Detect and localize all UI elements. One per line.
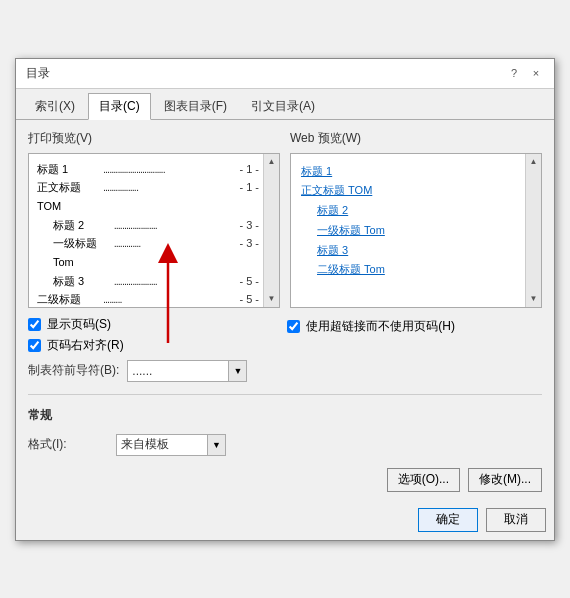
tab-bar: 索引(X) 目录(C) 图表目录(F) 引文目录(A) — [16, 89, 554, 120]
web-scroll-down-arrow[interactable]: ▼ — [528, 293, 540, 305]
toc-line-3: 标题 2 ..................... - 3 - — [37, 216, 259, 235]
use-hyperlinks-label: 使用超链接而不使用页码(H) — [306, 318, 455, 335]
format-row: 格式(I): 来自模板 ▼ — [28, 434, 542, 456]
toc-line-6: 二级标题 Tom ......... - 5 - — [37, 290, 259, 307]
title-bar: 目录 ? × — [16, 59, 554, 89]
action-buttons-row: 选项(O)... 修改(M)... — [28, 468, 542, 492]
tab-leader-select[interactable]: ...... ▼ — [127, 360, 247, 382]
print-preview-label: 打印预览(V) — [28, 130, 280, 147]
options-button[interactable]: 选项(O)... — [387, 468, 460, 492]
print-preview-wrapper: 标题 1 .............................. - 1 … — [28, 153, 280, 308]
web-preview-section: Web 预览(W) 标题 1 正文标题 TOM 标题 2 一级标题 Tom 标题… — [290, 130, 542, 308]
dialog-title: 目录 — [26, 65, 50, 82]
web-preview-box: 标题 1 正文标题 TOM 标题 2 一级标题 Tom 标题 3 二级标题 To… — [290, 153, 542, 308]
align-right-label: 页码右对齐(R) — [47, 337, 124, 354]
web-scroll-up-arrow[interactable]: ▲ — [528, 156, 540, 168]
tab-leader-arrow[interactable]: ▼ — [228, 361, 246, 381]
web-preview-scrollbar[interactable]: ▲ ▼ — [525, 154, 541, 307]
format-label: 格式(I): — [28, 436, 108, 453]
tab-leader-value: ...... — [132, 364, 228, 378]
web-preview-content: 标题 1 正文标题 TOM 标题 2 一级标题 Tom 标题 3 二级标题 To… — [291, 154, 541, 289]
scroll-up-arrow[interactable]: ▲ — [266, 156, 278, 168]
title-bar-controls: ? × — [506, 65, 544, 81]
toc-line-2: 正文标题 TOM ................. - 1 - — [37, 178, 259, 215]
general-section: 常规 格式(I): 来自模板 ▼ — [28, 407, 542, 456]
tab-index[interactable]: 索引(X) — [24, 93, 86, 119]
tab-leader-row: 制表符前导符(B): ...... ▼ — [28, 360, 247, 382]
bottom-buttons: 确定 取消 — [16, 502, 554, 540]
show-page-numbers-row: 显示页码(S) — [28, 316, 247, 333]
toc-line-5: 标题 3 ..................... - 5 - — [37, 272, 259, 291]
panels-row: 打印预览(V) 标题 1 ...........................… — [28, 130, 542, 308]
web-link-3[interactable]: 标题 2 — [301, 201, 521, 221]
print-preview-box: 标题 1 .............................. - 1 … — [28, 153, 280, 308]
format-select[interactable]: 来自模板 ▼ — [116, 434, 226, 456]
align-right-checkbox[interactable] — [28, 339, 41, 352]
web-link-2[interactable]: 正文标题 TOM — [301, 181, 521, 201]
options-section: 显示页码(S) 页码右对齐(R) 制表符前导符(B): ...... ▼ — [28, 316, 542, 382]
web-preview-label: Web 预览(W) — [290, 130, 542, 147]
dialog-container: 目录 ? × 索引(X) 目录(C) 图表目录(F) 引文目录(A) 打印预览(… — [15, 58, 555, 541]
web-link-5[interactable]: 标题 3 — [301, 241, 521, 261]
show-page-numbers-label: 显示页码(S) — [47, 316, 111, 333]
use-hyperlinks-row: 使用超链接而不使用页码(H) — [287, 318, 455, 335]
format-arrow[interactable]: ▼ — [207, 435, 225, 455]
dialog-body: 打印预览(V) 标题 1 ...........................… — [16, 120, 554, 502]
scroll-down-arrow[interactable]: ▼ — [266, 293, 278, 305]
general-title: 常规 — [28, 407, 542, 424]
toc-line-1: 标题 1 .............................. - 1 … — [37, 160, 259, 179]
ok-button[interactable]: 确定 — [418, 508, 478, 532]
help-button[interactable]: ? — [506, 65, 522, 81]
toc-line-4: 一级标题 Tom ............. - 3 - — [37, 234, 259, 271]
web-link-1[interactable]: 标题 1 — [301, 162, 521, 182]
web-link-4[interactable]: 一级标题 Tom — [301, 221, 521, 241]
tab-toc[interactable]: 目录(C) — [88, 93, 151, 120]
tab-citations[interactable]: 引文目录(A) — [240, 93, 326, 119]
tab-leader-label: 制表符前导符(B): — [28, 362, 119, 379]
cancel-button[interactable]: 取消 — [486, 508, 546, 532]
tab-figures[interactable]: 图表目录(F) — [153, 93, 238, 119]
align-right-row: 页码右对齐(R) — [28, 337, 247, 354]
print-preview-content: 标题 1 .............................. - 1 … — [29, 154, 279, 308]
close-button[interactable]: × — [528, 65, 544, 81]
print-preview-scrollbar[interactable]: ▲ ▼ — [263, 154, 279, 307]
print-preview-section: 打印预览(V) 标题 1 ...........................… — [28, 130, 280, 308]
modify-button[interactable]: 修改(M)... — [468, 468, 542, 492]
use-hyperlinks-checkbox[interactable] — [287, 320, 300, 333]
format-value: 来自模板 — [121, 436, 207, 453]
show-page-numbers-checkbox[interactable] — [28, 318, 41, 331]
web-link-6[interactable]: 二级标题 Tom — [301, 260, 521, 280]
divider — [28, 394, 542, 395]
